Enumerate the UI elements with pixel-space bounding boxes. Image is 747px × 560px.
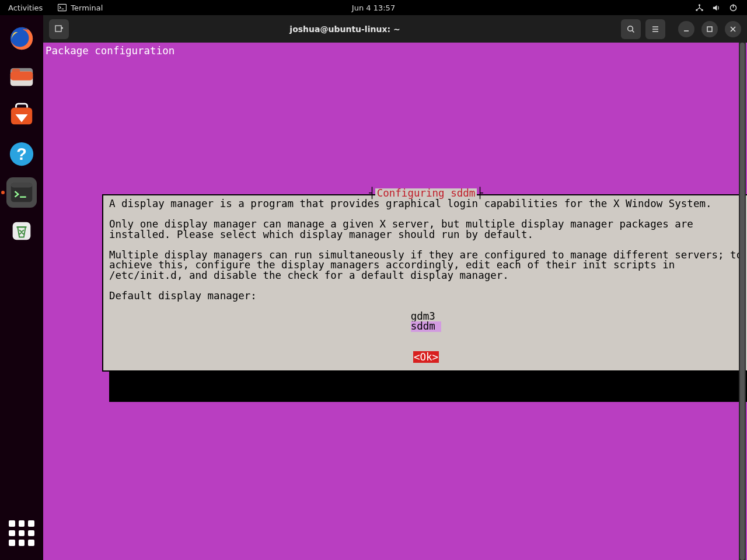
terminal-scrollbar[interactable] [739, 43, 746, 560]
network-icon[interactable] [695, 4, 704, 12]
search-button[interactable] [621, 19, 641, 39]
package-config-header: Package configuration [46, 46, 747, 57]
dialog-title: Configuring sddm [375, 188, 477, 199]
terminal-window: joshua@ubuntu-linux: ~ Package c [43, 15, 747, 560]
dock-files[interactable] [6, 62, 37, 92]
terminal-content[interactable]: Package configuration ┤ Configuring sddm… [43, 43, 747, 560]
dock-trash[interactable] [6, 216, 37, 246]
svg-point-18 [628, 26, 633, 31]
svg-rect-5 [733, 4, 734, 8]
svg-rect-10 [11, 71, 33, 80]
new-tab-button[interactable] [49, 19, 69, 39]
terminal-titlebar: joshua@ubuntu-linux: ~ [43, 15, 747, 43]
ok-button[interactable]: <Ok> [413, 351, 439, 363]
terminal-icon [58, 4, 67, 12]
svg-rect-17 [55, 26, 61, 32]
gnome-topbar: Activities Terminal Jun 4 13:57 [0, 0, 747, 15]
activities-label: Activities [8, 4, 43, 12]
dock-help[interactable]: ? [6, 139, 37, 169]
svg-text:?: ? [16, 145, 27, 163]
dialog-paragraph-3: Multiple display managers can run simult… [109, 250, 743, 281]
svg-rect-19 [707, 27, 712, 32]
dialog-options: gdm3 sddm [109, 312, 743, 332]
dialog-title-bracket-right: ├ [477, 188, 483, 199]
topbar-app-indicator[interactable]: Terminal [58, 4, 103, 12]
dock-software[interactable] [6, 100, 37, 131]
minimize-button[interactable] [678, 21, 694, 37]
activities-button[interactable]: Activities [8, 4, 43, 12]
dialog-paragraph-2: Only one display manager can manage a gi… [109, 219, 743, 240]
dialog-prompt: Default display manager: [109, 291, 743, 302]
option-sddm[interactable]: sddm [411, 321, 442, 332]
hamburger-menu-button[interactable] [645, 19, 665, 39]
svg-point-1 [699, 4, 700, 6]
volume-icon[interactable] [712, 4, 721, 12]
scrollbar-thumb[interactable] [740, 43, 745, 560]
dialog-paragraph-1: A display manager is a program that prov… [109, 199, 743, 209]
dialog-title-bracket-left: ┤ [369, 188, 375, 199]
close-button[interactable] [725, 21, 741, 37]
topbar-app-label: Terminal [71, 4, 103, 12]
maximize-button[interactable] [701, 21, 718, 37]
svg-rect-15 [11, 183, 32, 188]
clock-text: Jun 4 13:57 [352, 4, 395, 12]
clock[interactable]: Jun 4 13:57 [352, 4, 395, 12]
show-applications-button[interactable] [9, 520, 34, 546]
power-icon[interactable] [729, 4, 738, 12]
dock-firefox[interactable] [6, 23, 37, 54]
dock: ? [0, 15, 43, 560]
svg-rect-0 [58, 4, 67, 10]
window-title: joshua@ubuntu-linux: ~ [69, 24, 621, 34]
debconf-dialog: ┤ Configuring sddm ├ A display manager i… [102, 194, 747, 372]
dock-terminal[interactable] [6, 177, 37, 208]
